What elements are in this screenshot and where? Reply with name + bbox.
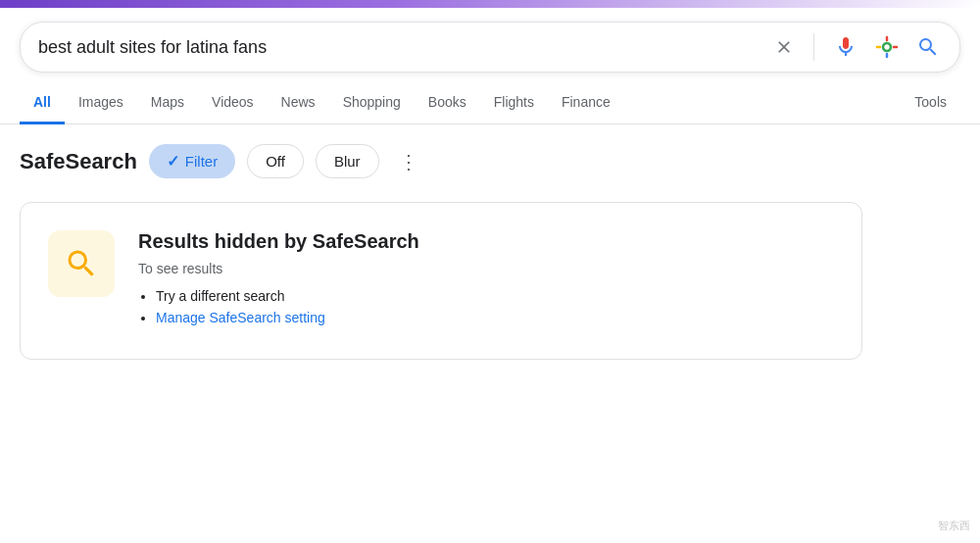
results-icon-wrap [48,230,115,297]
tab-all[interactable]: All [20,82,65,124]
tab-maps[interactable]: Maps [137,82,198,124]
search-box [20,22,960,73]
filter-button[interactable]: ✓ Filter [149,144,235,178]
voice-search-button[interactable] [832,33,859,61]
try-different-search-text: Try a different search [156,288,285,304]
results-hidden-card: Results hidden by SafeSearch To see resu… [20,202,862,360]
tab-news[interactable]: News [268,82,329,124]
search-warning-icon [64,246,99,281]
microphone-icon [834,35,858,59]
svg-point-0 [883,43,891,51]
search-icon-group [772,33,942,61]
tab-tools[interactable]: Tools [901,82,960,124]
search-area [0,8,980,73]
tab-shopping[interactable]: Shopping [329,82,415,124]
blur-button[interactable]: Blur [316,144,379,178]
tab-books[interactable]: Books [415,82,480,124]
results-hidden-title: Results hidden by SafeSearch [138,230,834,253]
more-options-button[interactable]: ⋮ [391,146,427,177]
tab-videos[interactable]: Videos [198,82,268,124]
tab-flights[interactable]: Flights [480,82,548,124]
watermark: 智东西 [938,518,970,533]
tab-finance[interactable]: Finance [548,82,624,124]
search-input[interactable] [38,37,772,58]
off-button[interactable]: Off [247,144,304,178]
lens-icon [875,35,899,59]
lens-search-button[interactable] [873,33,901,61]
list-item: Try a different search [156,288,834,304]
list-item: Manage SafeSearch setting [156,310,834,325]
search-divider [813,33,814,61]
filter-label: Filter [185,153,218,170]
search-icon [916,35,940,59]
close-icon [774,37,794,57]
results-text: Results hidden by SafeSearch To see resu… [138,230,834,331]
safesearch-label: SafeSearch [20,149,137,174]
top-gradient-bar [0,0,980,8]
main-content: SafeSearch ✓ Filter Off Blur ⋮ Results h… [0,124,980,379]
results-list: Try a different search Manage SafeSearch… [138,288,834,325]
tab-images[interactable]: Images [65,82,137,124]
safesearch-row: SafeSearch ✓ Filter Off Blur ⋮ [20,144,960,178]
filter-check-icon: ✓ [167,152,179,171]
clear-button[interactable] [772,35,796,59]
nav-tabs: All Images Maps Videos News Shopping Boo… [0,82,980,124]
results-hidden-subtitle: To see results [138,261,834,276]
search-button[interactable] [914,33,942,61]
manage-safesearch-link[interactable]: Manage SafeSearch setting [156,310,325,325]
